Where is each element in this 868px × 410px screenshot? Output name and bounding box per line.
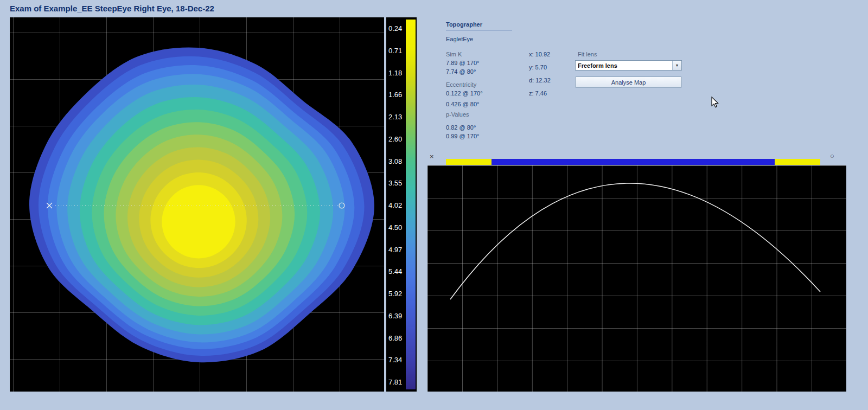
- colorbar-tick-label: 3.55: [388, 180, 407, 187]
- pvalue-2: 0.99 @ 170°: [446, 133, 479, 139]
- colorbar-tick-label: 0.71: [388, 47, 407, 54]
- colorbar-tick-label: 0.24: [388, 25, 407, 32]
- coord-z: z: 7.46: [529, 90, 547, 97]
- colorbar-tick-label: 5.44: [388, 268, 407, 275]
- colorbar-tick-label: 1.66: [388, 91, 407, 98]
- profile-cross-marker-icon[interactable]: ×: [430, 153, 434, 160]
- topography-contour: [162, 185, 235, 258]
- profile-circle-marker-icon[interactable]: ○: [830, 152, 834, 159]
- simk-value-2: 7.74 @ 80°: [446, 68, 476, 75]
- lens-type-value: Freeform lens: [576, 62, 672, 69]
- colorbar-tick-label: 5.92: [388, 290, 407, 297]
- colorbar-tick-label: 3.08: [388, 158, 407, 165]
- coord-x: x: 10.92: [529, 51, 550, 57]
- eccentricity-label: Eccentricity: [446, 81, 476, 88]
- eccentricity-value-2: 0.426 @ 80°: [446, 101, 479, 107]
- device-name: EagletEye: [446, 36, 473, 42]
- colorbar-tick-label: 4.02: [388, 202, 407, 209]
- exam-title: Exam of Example_EE SteepEye Right Eye, 1…: [10, 4, 214, 13]
- profile-zone-segment: [492, 159, 775, 165]
- profile-zone-segment: [446, 159, 492, 165]
- analyse-map-button[interactable]: Analyse Map: [575, 76, 682, 88]
- fit-lens-label: Fit lens: [578, 51, 597, 57]
- chevron-down-icon[interactable]: ▼: [672, 61, 681, 70]
- lens-type-dropdown[interactable]: Freeform lens ▼: [575, 60, 682, 71]
- simk-value-1: 7.89 @ 170°: [446, 60, 479, 66]
- colorbar-tick-label: 7.81: [388, 379, 407, 386]
- colorbar-tick-label: 7.34: [388, 356, 407, 363]
- color-scale: 0.240.711.181.662.132.603.083.554.024.50…: [386, 17, 417, 392]
- coord-d: d: 12.32: [529, 77, 551, 84]
- eccentricity-value-1: 0.122 @ 170°: [446, 90, 483, 97]
- colorbar-tick-label: 6.39: [388, 312, 407, 319]
- coord-y: y: 5.70: [529, 64, 547, 71]
- colorbar-tick-label: 6.86: [388, 335, 407, 342]
- colorbar-tick-label: 4.97: [388, 246, 407, 253]
- corneal-profile-curve: [450, 183, 820, 299]
- topographer-caption: Topographer: [446, 21, 512, 30]
- profile-chart: [427, 165, 846, 392]
- colorbar-tick-label: 2.13: [388, 113, 407, 120]
- mouse-cursor-icon: [711, 97, 720, 108]
- profile-zone-segment: [775, 159, 820, 165]
- simk-label: Sim K: [446, 51, 462, 57]
- pvalues-label: p-Values: [446, 111, 469, 118]
- colorbar-gradient: [406, 20, 416, 389]
- colorbar-labels: 0.240.711.181.662.132.603.083.554.024.50…: [388, 17, 407, 392]
- pvalue-1: 0.82 @ 80°: [446, 124, 476, 131]
- topography-map[interactable]: [10, 17, 384, 392]
- profile-zone-bar: [446, 159, 820, 165]
- colorbar-tick-label: 4.50: [388, 224, 407, 231]
- profile-curve-svg: [427, 165, 846, 392]
- topography-contours: [10, 17, 384, 392]
- colorbar-tick-label: 2.60: [388, 136, 407, 143]
- colorbar-tick-label: 1.18: [388, 69, 407, 76]
